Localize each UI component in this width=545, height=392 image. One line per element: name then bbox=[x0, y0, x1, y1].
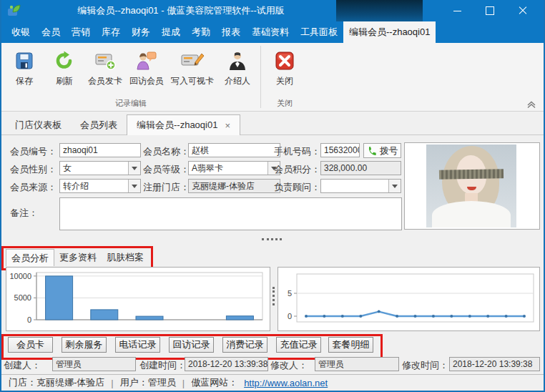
close-window-button[interactable] bbox=[506, 0, 539, 21]
dial-button[interactable]: 拨号 bbox=[363, 143, 401, 158]
button-call-records[interactable]: 电话记录 bbox=[115, 337, 160, 353]
status-site-label: 傲蓝网站： bbox=[191, 376, 237, 389]
member-photo-frame[interactable] bbox=[404, 142, 540, 230]
ribbon-tab-tools[interactable]: 工具面板 bbox=[295, 21, 343, 43]
issue-card-button[interactable]: 会员发卡 bbox=[85, 48, 125, 88]
button-member-card[interactable]: 会员卡 bbox=[8, 337, 53, 353]
create-time-value: 2018-12-20 13:39:38 bbox=[188, 359, 267, 369]
svg-text:0: 0 bbox=[27, 315, 31, 324]
ribbon-tab-finance[interactable]: 财务 bbox=[126, 21, 156, 43]
advisor-dropdown[interactable] bbox=[320, 179, 401, 193]
gender-dropdown[interactable]: 女 bbox=[59, 161, 141, 175]
ribbon-tab-edit-member[interactable]: 编辑会员--zhaoqi01 bbox=[343, 21, 436, 43]
tab-more-info[interactable]: 更多资料 bbox=[54, 249, 102, 266]
phone-label: 手机号码： bbox=[274, 145, 320, 158]
dropdown-arrow-icon[interactable] bbox=[128, 162, 140, 175]
member-edit-form: 会员编号： zhaoqi01 会员名称： 赵棋 手机号码： 15632000 拨… bbox=[1, 135, 544, 374]
minimize-icon bbox=[453, 11, 461, 11]
member-photo bbox=[426, 144, 516, 227]
horizontal-splitter-grip[interactable] bbox=[262, 238, 282, 240]
grade-dropdown[interactable]: A翡翠卡 bbox=[188, 161, 280, 175]
modify-time-label: 修改时间： bbox=[402, 359, 448, 372]
ribbon-tab-basic-data[interactable]: 基础资料 bbox=[246, 21, 295, 43]
tab-member-analysis[interactable]: 会员分析 bbox=[6, 249, 54, 266]
visit-member-button[interactable]: 回访会员 bbox=[127, 48, 167, 88]
window-title: 编辑会员--zhaoqi01 - 傲蓝美容院管理软件--试用版 bbox=[27, 0, 335, 21]
status-store: 门店：克丽缇娜-体验店 bbox=[9, 376, 104, 389]
refresh-button[interactable]: 刷新 bbox=[45, 48, 84, 88]
collapse-ribbon-icon[interactable] bbox=[526, 99, 537, 109]
ribbon-tab-cashier[interactable]: 收银 bbox=[6, 21, 36, 43]
status-separator: | bbox=[182, 378, 185, 388]
modifier-value: 管理员 bbox=[318, 358, 344, 371]
button-consume-records[interactable]: 消费记录 bbox=[222, 337, 267, 353]
maximize-button[interactable] bbox=[473, 0, 506, 21]
toolbar-group-close: 关闭 关闭 bbox=[265, 43, 305, 111]
refresh-label: 刷新 bbox=[56, 75, 73, 87]
phone-icon bbox=[367, 146, 377, 156]
creator-field: 管理员 bbox=[52, 357, 136, 371]
ribbon-tab-marketing[interactable]: 营销 bbox=[66, 21, 96, 43]
creator-label: 创建人： bbox=[4, 359, 41, 372]
doc-tab-edit-member[interactable]: 编辑会员--zhaoqi01 × bbox=[127, 114, 240, 135]
ribbon-tab-member[interactable]: 会员 bbox=[36, 21, 66, 43]
vertical-splitter-grip[interactable] bbox=[272, 287, 275, 305]
svg-text:5: 5 bbox=[288, 289, 292, 298]
toolbar-separator bbox=[260, 46, 261, 108]
button-package-details[interactable]: 套餐明细 bbox=[328, 337, 373, 353]
save-floppy-icon bbox=[12, 49, 36, 73]
remark-label: 备注： bbox=[10, 207, 38, 220]
close-tab-icon[interactable]: × bbox=[225, 121, 230, 130]
close-record-button[interactable]: 关闭 bbox=[265, 48, 304, 88]
svg-text:0: 0 bbox=[288, 312, 292, 320]
source-value: 转介绍 bbox=[63, 180, 89, 192]
referrer-button[interactable]: 介绍人 bbox=[218, 48, 257, 88]
write-card-label: 写入可视卡 bbox=[171, 75, 214, 87]
group-caption-close: 关闭 bbox=[265, 97, 305, 111]
ribbon-tab-commission[interactable]: 提成 bbox=[156, 21, 186, 43]
grade-value: A翡翠卡 bbox=[192, 162, 223, 175]
ribbon-tab-attendance[interactable]: 考勤 bbox=[186, 21, 216, 43]
member-name-value: 赵棋 bbox=[192, 144, 209, 157]
store-value: 克丽缇娜-体验店 bbox=[192, 180, 255, 192]
visit-member-icon bbox=[134, 49, 159, 73]
member-id-input[interactable]: zhaoqi01 bbox=[59, 143, 141, 157]
member-line-chart: 05 bbox=[278, 267, 540, 331]
visit-member-label: 回访会员 bbox=[129, 75, 164, 87]
creator-value: 管理员 bbox=[56, 358, 82, 371]
member-name-input[interactable]: 赵棋 bbox=[188, 143, 280, 157]
save-button[interactable]: 保存 bbox=[5, 48, 44, 88]
ribbon-tab-reports[interactable]: 报表 bbox=[216, 21, 246, 43]
close-red-icon bbox=[272, 49, 297, 73]
website-link[interactable]: http://www.aolan.net bbox=[244, 378, 328, 388]
phone-value: 15632000 bbox=[324, 145, 360, 155]
source-dropdown[interactable]: 转介绍 bbox=[59, 179, 141, 193]
points-label: 会员积分： bbox=[274, 163, 320, 176]
button-visit-records[interactable]: 回访记录 bbox=[169, 337, 214, 353]
phone-input[interactable]: 15632000 bbox=[320, 143, 360, 157]
ribbon-toolbar: 保存 刷新 bbox=[1, 43, 544, 112]
minimize-button[interactable] bbox=[441, 0, 473, 21]
button-remaining-services[interactable]: 剩余服务 bbox=[62, 337, 107, 353]
member-id-label: 会员编号： bbox=[10, 145, 57, 158]
toolbar-group-record-edit: 保存 刷新 bbox=[4, 43, 257, 111]
referrer-person-icon bbox=[225, 49, 250, 73]
modifier-field: 管理员 bbox=[315, 357, 399, 371]
doc-tab-member-list[interactable]: 会员列表 bbox=[71, 116, 127, 134]
doc-tab-dashboard[interactable]: 门店仪表板 bbox=[6, 116, 71, 134]
photo-shoulders bbox=[432, 201, 511, 227]
grade-label: 会员等级： bbox=[143, 163, 190, 176]
write-card-icon bbox=[180, 49, 205, 73]
doc-tab-edit-member-label: 编辑会员--zhaoqi01 bbox=[137, 119, 217, 132]
advisor-label: 负责顾问： bbox=[274, 181, 320, 194]
remark-textarea[interactable] bbox=[59, 197, 402, 230]
ribbon-tab-inventory[interactable]: 库存 bbox=[96, 21, 126, 43]
title-bar: 编辑会员--zhaoqi01 - 傲蓝美容院管理软件--试用版 bbox=[1, 0, 544, 21]
write-card-button[interactable]: 写入可视卡 bbox=[168, 48, 217, 88]
tab-skin-record[interactable]: 肌肤档案 bbox=[102, 249, 149, 266]
photo-eye-censor-bar bbox=[439, 169, 504, 180]
dropdown-arrow-icon[interactable] bbox=[388, 180, 401, 192]
button-recharge-records[interactable]: 充值记录 bbox=[276, 337, 321, 353]
save-label: 保存 bbox=[16, 75, 33, 87]
dropdown-arrow-icon[interactable] bbox=[128, 180, 140, 192]
